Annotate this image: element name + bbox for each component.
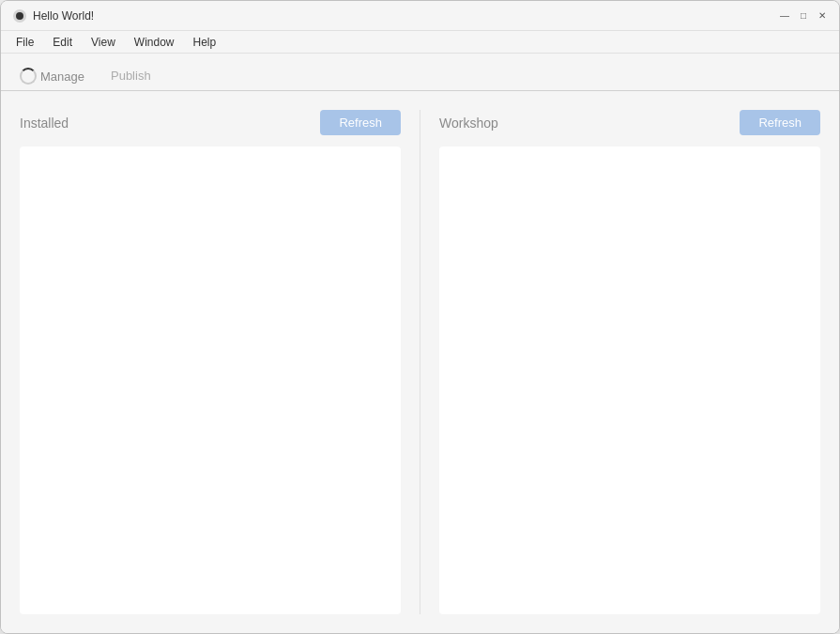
menu-file[interactable]: File <box>8 34 41 51</box>
tab-bar: Manage Publish <box>1 54 839 91</box>
svg-point-1 <box>16 12 23 20</box>
maximize-button[interactable]: □ <box>798 10 809 22</box>
minimize-button[interactable]: — <box>779 10 790 22</box>
main-window: Hello World! — □ ✕ File Edit View Window… <box>0 0 840 634</box>
menu-help[interactable]: Help <box>186 34 224 51</box>
installed-panel-header: Installed Refresh <box>20 110 401 135</box>
window-controls: — □ ✕ <box>779 10 828 22</box>
installed-refresh-button[interactable]: Refresh <box>320 110 401 135</box>
installed-panel-title: Installed <box>20 116 69 131</box>
title-bar: Hello World! — □ ✕ <box>1 1 839 31</box>
window-title: Hello World! <box>33 9 779 23</box>
loading-spinner <box>20 68 37 85</box>
menu-edit[interactable]: Edit <box>45 34 80 51</box>
workshop-panel: Workshop Refresh <box>420 91 839 633</box>
app-icon <box>12 8 27 23</box>
close-button[interactable]: ✕ <box>817 10 828 22</box>
menu-window[interactable]: Window <box>127 34 182 51</box>
workshop-panel-header: Workshop Refresh <box>439 110 820 135</box>
workshop-panel-body <box>439 147 820 614</box>
installed-panel: Installed Refresh <box>1 91 420 633</box>
tab-publish-label: Publish <box>111 69 151 83</box>
main-content: Installed Refresh Workshop Refresh <box>1 91 839 633</box>
tab-manage-label: Manage <box>40 70 84 84</box>
tab-manage[interactable]: Manage <box>12 62 92 90</box>
installed-panel-body <box>20 147 401 614</box>
workshop-refresh-button[interactable]: Refresh <box>740 110 820 135</box>
menu-view[interactable]: View <box>84 34 123 51</box>
menu-bar: File Edit View Window Help <box>1 31 839 54</box>
workshop-panel-title: Workshop <box>439 116 498 131</box>
tab-publish[interactable]: Publish <box>96 63 166 90</box>
